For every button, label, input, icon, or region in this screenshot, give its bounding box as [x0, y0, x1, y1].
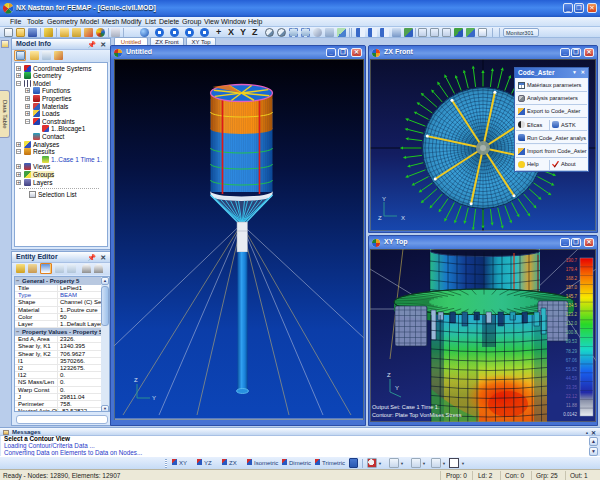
- svg-text:157.0: 157.0: [566, 285, 578, 290]
- svg-text:33.35: 33.35: [566, 385, 578, 390]
- svg-text:X: X: [401, 215, 405, 221]
- svg-text:Y: Y: [395, 385, 399, 391]
- svg-text:Contour: Plate Top VonMises St: Contour: Plate Top VonMises Stress: [372, 412, 462, 418]
- svg-text:168.2: 168.2: [566, 276, 578, 281]
- svg-text:0.0142: 0.0142: [563, 412, 577, 417]
- svg-text:Z: Z: [134, 377, 138, 383]
- svg-text:44.59: 44.59: [566, 376, 578, 381]
- svg-text:145.7: 145.7: [566, 294, 578, 299]
- svg-text:67.06: 67.06: [566, 358, 578, 363]
- svg-text:89.53: 89.53: [566, 339, 578, 344]
- svg-text:Z: Z: [378, 215, 382, 221]
- svg-text:Y: Y: [382, 196, 386, 202]
- svg-text:78.29: 78.29: [566, 349, 578, 354]
- svg-text:179.4: 179.4: [566, 267, 578, 272]
- svg-text:55.82: 55.82: [566, 367, 578, 372]
- svg-text:11.88: 11.88: [566, 403, 577, 408]
- svg-text:112.0: 112.0: [566, 321, 577, 326]
- svg-text:Z: Z: [387, 372, 391, 378]
- svg-text:100.8: 100.8: [566, 330, 578, 335]
- svg-text:123.2: 123.2: [566, 312, 578, 317]
- svg-text:Output Set: Case 1 Time 1.: Output Set: Case 1 Time 1.: [372, 404, 440, 410]
- svg-text:22.12: 22.12: [566, 394, 578, 399]
- svg-text:Y: Y: [152, 395, 156, 401]
- svg-text:190.7: 190.7: [566, 258, 578, 263]
- svg-text:134.5: 134.5: [566, 303, 578, 308]
